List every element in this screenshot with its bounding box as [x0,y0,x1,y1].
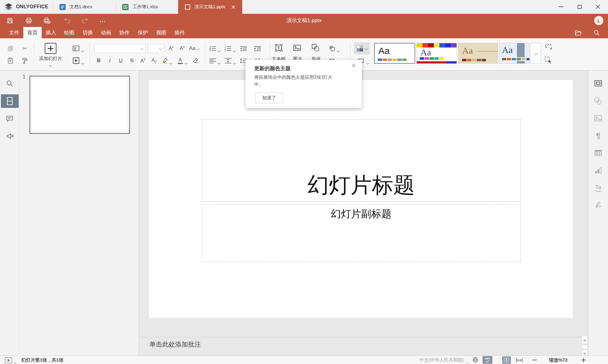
chart-settings-button[interactable] [588,167,608,174]
window-close-button[interactable] [593,2,603,12]
menu-protection[interactable]: 保护 [134,27,152,38]
slide-thumbnail-selected[interactable] [29,76,130,134]
change-case-button[interactable]: Aa [188,44,200,53]
bullets-button[interactable] [208,44,218,53]
start-slideshow-status-button[interactable] [5,357,12,363]
format-painter-button[interactable] [19,56,30,66]
scroll-up-button[interactable] [582,336,588,344]
zoom-in-button[interactable] [579,356,587,364]
table-settings-button[interactable] [588,150,608,156]
feedback-button[interactable] [0,132,19,140]
arrange-shape-button[interactable] [327,44,337,53]
language-dropdown[interactable] [466,359,468,364]
bold-button[interactable]: B [94,56,104,66]
cut-button[interactable]: ✂ [19,44,30,53]
font-name-combo[interactable] [94,44,146,53]
numbering-button[interactable]: 123 [223,44,233,53]
find-button[interactable] [0,80,19,87]
tab-close-icon[interactable] [231,5,235,9]
increase-indent-button[interactable] [252,44,263,53]
highlight-color-button[interactable] [160,56,170,66]
decrease-indent-button[interactable] [238,44,249,53]
select-all-button[interactable] [543,55,554,65]
strikethrough-button[interactable]: S [127,56,137,66]
menu-view[interactable]: 视图 [152,27,170,38]
subscript-button[interactable]: A2 [149,56,159,66]
scrollbar-thumb[interactable] [582,345,588,349]
zoom-out-button[interactable] [530,356,538,364]
theme-blue[interactable]: Aa [499,43,530,64]
fit-to-width-button[interactable] [515,356,524,364]
tab-presentation-active[interactable]: 演示文稿1.pptx [178,0,242,14]
arrange-dropdown[interactable] [337,47,339,53]
align-button[interactable] [208,56,218,66]
theme-office-selected[interactable]: Aa [374,43,415,64]
save-button[interactable] [6,17,14,25]
slideshow-mode-dropdown[interactable] [14,359,16,364]
menu-home[interactable]: 首页 [23,27,42,38]
set-language-button[interactable] [472,357,478,363]
underline-button[interactable]: U [116,56,126,66]
window-maximize-button[interactable] [575,2,584,12]
tab-document[interactable]: 文档1.docx [53,0,116,14]
slide-title-text[interactable]: 幻灯片标题 [202,173,520,198]
undo-button[interactable] [63,17,71,25]
menu-collaboration[interactable]: 协作 [115,27,134,38]
theme-colorful[interactable]: Aa [416,43,457,64]
vertical-align-dropdown[interactable] [233,60,235,65]
print-button[interactable] [25,17,33,25]
add-slide-button[interactable] [45,43,56,54]
tooltip-close-button[interactable] [351,63,358,69]
font-color-button[interactable]: A [175,56,185,66]
textart-settings-button[interactable]: Ta [588,184,608,192]
align-dropdown[interactable] [218,60,220,65]
window-minimize-button[interactable] [556,2,566,12]
increase-font-button[interactable]: A▴ [166,44,176,53]
onlyoffice-logo[interactable]: ONLYOFFICE [4,2,48,11]
slide-subtitle-placeholder[interactable]: 幻灯片副标题 [202,204,521,262]
search-button[interactable] [592,29,601,37]
paste-button[interactable] [5,56,16,66]
slide-layout-dropdown[interactable] [82,47,84,53]
comments-panel-button[interactable] [0,115,19,122]
menu-file[interactable]: 文件 [5,27,23,38]
insert-shape-button[interactable] [310,43,321,53]
highlight-color-dropdown[interactable] [170,60,172,65]
slide-layout-button[interactable] [71,44,81,53]
tab-spreadsheet[interactable]: 工作簿1.xlsx [116,0,178,14]
vertical-align-button[interactable] [223,56,233,66]
signature-settings-button[interactable] [588,201,608,209]
paragraph-settings-button[interactable]: ¶ [588,131,608,141]
copy-button[interactable] [5,44,16,53]
menu-insert[interactable]: 插入 [42,27,60,38]
theme-gallery-expand-button[interactable] [530,43,541,64]
notes-divider[interactable] [139,337,581,337]
theme-parchment[interactable]: Aa [458,43,498,64]
italic-button[interactable]: I [105,56,115,66]
start-slideshow-button[interactable] [71,56,81,66]
tooltip-acknowledge-button[interactable]: 知道了 [255,93,283,103]
slide-canvas[interactable]: 幻灯片标题 幻灯片副标题 [149,80,573,318]
font-color-dropdown[interactable] [185,60,187,65]
superscript-button[interactable]: A2 [138,56,148,66]
numbering-dropdown[interactable] [233,47,235,53]
add-slide-dropdown[interactable] [49,62,52,68]
user-avatar[interactable]: L [594,16,603,25]
insert-textbox-button[interactable]: T [273,43,284,53]
image-settings-button[interactable] [588,115,608,122]
slide-title-placeholder[interactable]: 幻灯片标题 [202,119,521,202]
menu-draw[interactable]: 绘图 [60,27,78,38]
font-size-combo[interactable] [148,44,164,53]
replace-button[interactable]: AB [543,42,554,52]
quick-print-button[interactable] [42,17,51,25]
redo-button[interactable] [81,17,89,25]
slide-size-dropdown[interactable] [367,60,369,65]
slide-subtitle-text[interactable]: 幻灯片副标题 [202,207,520,221]
menu-transitions[interactable]: 切换 [78,27,97,38]
slide-settings-button[interactable] [588,80,608,87]
fit-to-slide-button-active[interactable] [502,356,511,364]
bullets-dropdown[interactable] [218,47,220,53]
spellcheck-button-active[interactable]: ABC [483,356,492,364]
slides-panel-button-active[interactable] [1,94,19,108]
clear-style-button[interactable] [190,56,201,66]
